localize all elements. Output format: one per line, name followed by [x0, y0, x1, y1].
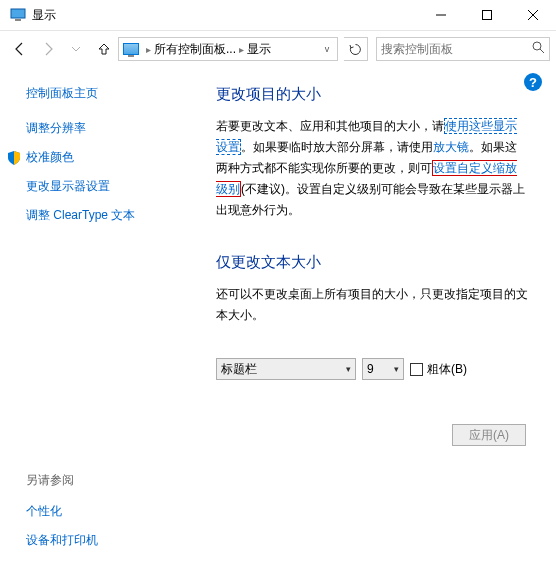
- minimize-button[interactable]: [418, 0, 464, 31]
- paragraph-change-size: 若要更改文本、应用和其他项目的大小，请使用这些显示设置。如果要临时放大部分屏幕，…: [216, 116, 528, 221]
- sidebar-link-resolution[interactable]: 调整分辨率: [26, 120, 200, 137]
- see-also-header: 另请参阅: [26, 472, 98, 489]
- breadcrumb-current[interactable]: 显示: [247, 41, 271, 58]
- up-button[interactable]: [94, 35, 114, 63]
- bold-checkbox[interactable]: 粗体(B): [410, 361, 467, 378]
- refresh-button[interactable]: [344, 37, 368, 61]
- titlebar-left: 显示: [0, 7, 56, 24]
- maximize-button[interactable]: [464, 0, 510, 31]
- see-also-section: 另请参阅 个性化 设备和打印机: [26, 472, 98, 561]
- svg-rect-1: [15, 19, 21, 21]
- size-dropdown[interactable]: 9 ▾: [362, 358, 404, 380]
- window-title: 显示: [32, 7, 56, 24]
- search-box[interactable]: [376, 37, 550, 61]
- text-size-controls: 标题栏 ▾ 9 ▾ 粗体(B): [216, 358, 528, 380]
- titlebar: 显示: [0, 0, 556, 31]
- back-button[interactable]: [6, 35, 34, 63]
- see-also-devices-printers[interactable]: 设备和打印机: [26, 532, 98, 549]
- chevron-right-icon: ▸: [143, 44, 154, 55]
- chevron-down-icon: ▾: [394, 364, 399, 374]
- main-panel: ? 更改项目的大小 若要更改文本、应用和其他项目的大小，请使用这些显示设置。如果…: [200, 67, 556, 581]
- search-input[interactable]: [381, 42, 532, 56]
- search-icon[interactable]: [532, 41, 545, 57]
- close-button[interactable]: [510, 0, 556, 31]
- checkbox-box: [410, 363, 423, 376]
- section-title-change-size: 更改项目的大小: [216, 85, 528, 104]
- navbar: ▸ 所有控制面板... ▸ 显示 v: [0, 31, 556, 67]
- shield-icon: [6, 150, 22, 166]
- address-bar[interactable]: ▸ 所有控制面板... ▸ 显示 v: [118, 37, 338, 61]
- see-also-personalization[interactable]: 个性化: [26, 503, 98, 520]
- apply-button[interactable]: 应用(A): [452, 424, 526, 446]
- forward-button[interactable]: [34, 35, 62, 63]
- sidebar-link-display-settings[interactable]: 更改显示器设置: [26, 178, 200, 195]
- svg-rect-0: [11, 9, 25, 18]
- paragraph-text-only: 还可以不更改桌面上所有项目的大小，只更改指定项目的文本大小。: [216, 284, 528, 326]
- svg-point-6: [533, 42, 541, 50]
- window-controls: [418, 0, 556, 31]
- item-dropdown[interactable]: 标题栏 ▾: [216, 358, 356, 380]
- control-panel-icon: [123, 43, 139, 55]
- help-icon[interactable]: ?: [524, 73, 542, 91]
- link-magnifier[interactable]: 放大镜: [433, 140, 469, 154]
- control-panel-home-link[interactable]: 控制面板主页: [26, 85, 200, 102]
- display-icon: [10, 7, 26, 23]
- sidebar-link-cleartype[interactable]: 调整 ClearType 文本: [26, 207, 200, 224]
- breadcrumb-root[interactable]: 所有控制面板...: [154, 41, 236, 58]
- svg-line-7: [540, 49, 544, 53]
- chevron-down-icon: ▾: [346, 364, 351, 374]
- address-dropdown[interactable]: v: [319, 44, 335, 54]
- chevron-right-icon: ▸: [236, 44, 247, 55]
- sidebar: 控制面板主页 调整分辨率 校准颜色 更改显示器设置 调整 ClearType 文…: [0, 67, 200, 581]
- recent-dropdown[interactable]: [62, 35, 90, 63]
- section-title-text-only: 仅更改文本大小: [216, 253, 528, 272]
- sidebar-link-calibrate[interactable]: 校准颜色: [26, 149, 200, 166]
- svg-rect-3: [483, 11, 492, 20]
- content: 控制面板主页 调整分辨率 校准颜色 更改显示器设置 调整 ClearType 文…: [0, 67, 556, 581]
